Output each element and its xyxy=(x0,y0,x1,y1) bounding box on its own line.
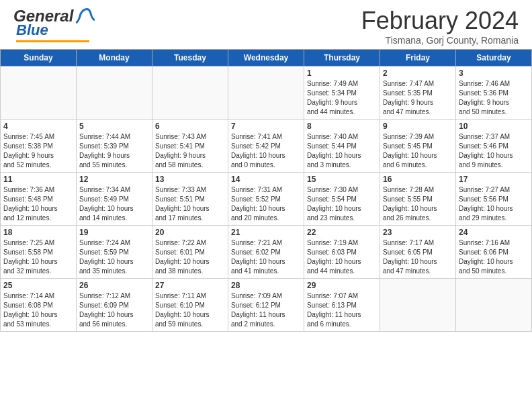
calendar-cell: 4Sunrise: 7:45 AM Sunset: 5:38 PM Daylig… xyxy=(1,120,77,173)
weekday-header-row: SundayMondayTuesdayWednesdayThursdayFrid… xyxy=(1,50,532,66)
day-info: Sunrise: 7:22 AM Sunset: 6:01 PM Dayligh… xyxy=(155,238,225,276)
calendar-cell: 14Sunrise: 7:31 AM Sunset: 5:52 PM Dayli… xyxy=(228,173,304,226)
day-number: 18 xyxy=(3,228,73,237)
day-number: 27 xyxy=(155,281,225,290)
day-info: Sunrise: 7:17 AM Sunset: 6:05 PM Dayligh… xyxy=(383,238,453,276)
day-info: Sunrise: 7:47 AM Sunset: 5:35 PM Dayligh… xyxy=(383,79,453,117)
day-number: 9 xyxy=(383,122,453,131)
day-info: Sunrise: 7:39 AM Sunset: 5:45 PM Dayligh… xyxy=(383,132,453,170)
location: Tismana, Gorj County, Romania xyxy=(361,35,519,46)
weekday-header-friday: Friday xyxy=(380,50,456,66)
day-info: Sunrise: 7:11 AM Sunset: 6:10 PM Dayligh… xyxy=(155,291,225,329)
day-number: 16 xyxy=(383,175,453,184)
weekday-header-saturday: Saturday xyxy=(456,50,532,66)
day-info: Sunrise: 7:21 AM Sunset: 6:02 PM Dayligh… xyxy=(231,238,301,276)
calendar-cell: 12Sunrise: 7:34 AM Sunset: 5:49 PM Dayli… xyxy=(77,173,152,226)
calendar-week-row: 11Sunrise: 7:36 AM Sunset: 5:48 PM Dayli… xyxy=(1,173,532,226)
calendar-cell: 28Sunrise: 7:09 AM Sunset: 6:12 PM Dayli… xyxy=(228,279,304,332)
calendar-cell: 29Sunrise: 7:07 AM Sunset: 6:13 PM Dayli… xyxy=(304,279,380,332)
day-info: Sunrise: 7:09 AM Sunset: 6:12 PM Dayligh… xyxy=(231,291,301,329)
day-info: Sunrise: 7:49 AM Sunset: 5:34 PM Dayligh… xyxy=(307,79,377,117)
day-info: Sunrise: 7:31 AM Sunset: 5:52 PM Dayligh… xyxy=(231,185,301,223)
day-number: 17 xyxy=(459,175,529,184)
day-info: Sunrise: 7:37 AM Sunset: 5:46 PM Dayligh… xyxy=(459,132,529,170)
day-info: Sunrise: 7:27 AM Sunset: 5:56 PM Dayligh… xyxy=(459,185,529,223)
day-number: 28 xyxy=(231,281,301,290)
calendar-cell: 7Sunrise: 7:41 AM Sunset: 5:42 PM Daylig… xyxy=(228,120,304,173)
calendar-cell xyxy=(380,279,456,332)
day-number: 20 xyxy=(155,228,225,237)
logo: General Blue xyxy=(13,7,95,42)
day-info: Sunrise: 7:46 AM Sunset: 5:36 PM Dayligh… xyxy=(459,79,529,117)
header: General Blue February 2024 Tismana, Gorj… xyxy=(0,0,532,49)
calendar-cell: 15Sunrise: 7:30 AM Sunset: 5:54 PM Dayli… xyxy=(304,173,380,226)
day-info: Sunrise: 7:45 AM Sunset: 5:38 PM Dayligh… xyxy=(3,132,73,170)
calendar-cell: 6Sunrise: 7:43 AM Sunset: 5:41 PM Daylig… xyxy=(152,120,228,173)
logo-wave-icon xyxy=(76,7,95,26)
day-number: 21 xyxy=(231,228,301,237)
day-number: 5 xyxy=(79,122,149,131)
day-number: 19 xyxy=(79,228,149,237)
calendar-cell: 13Sunrise: 7:33 AM Sunset: 5:51 PM Dayli… xyxy=(152,173,228,226)
day-info: Sunrise: 7:07 AM Sunset: 6:13 PM Dayligh… xyxy=(307,291,377,329)
day-info: Sunrise: 7:34 AM Sunset: 5:49 PM Dayligh… xyxy=(79,185,149,223)
calendar-cell: 9Sunrise: 7:39 AM Sunset: 5:45 PM Daylig… xyxy=(380,120,456,173)
calendar-cell: 5Sunrise: 7:44 AM Sunset: 5:39 PM Daylig… xyxy=(77,120,152,173)
calendar-cell: 23Sunrise: 7:17 AM Sunset: 6:05 PM Dayli… xyxy=(380,226,456,279)
day-info: Sunrise: 7:43 AM Sunset: 5:41 PM Dayligh… xyxy=(155,132,225,170)
day-info: Sunrise: 7:36 AM Sunset: 5:48 PM Dayligh… xyxy=(3,185,73,223)
calendar-week-row: 18Sunrise: 7:25 AM Sunset: 5:58 PM Dayli… xyxy=(1,226,532,279)
day-number: 12 xyxy=(79,175,149,184)
calendar-week-row: 1Sunrise: 7:49 AM Sunset: 5:34 PM Daylig… xyxy=(1,66,532,120)
month-title: February 2024 xyxy=(361,7,519,35)
day-info: Sunrise: 7:19 AM Sunset: 6:03 PM Dayligh… xyxy=(307,238,377,276)
day-info: Sunrise: 7:44 AM Sunset: 5:39 PM Dayligh… xyxy=(79,132,149,170)
day-number: 13 xyxy=(155,175,225,184)
day-info: Sunrise: 7:25 AM Sunset: 5:58 PM Dayligh… xyxy=(3,238,73,276)
calendar-cell: 26Sunrise: 7:12 AM Sunset: 6:09 PM Dayli… xyxy=(77,279,152,332)
calendar-cell: 1Sunrise: 7:49 AM Sunset: 5:34 PM Daylig… xyxy=(304,66,380,120)
weekday-header-tuesday: Tuesday xyxy=(152,50,228,66)
calendar-cell: 8Sunrise: 7:40 AM Sunset: 5:44 PM Daylig… xyxy=(304,120,380,173)
calendar-cell: 17Sunrise: 7:27 AM Sunset: 5:56 PM Dayli… xyxy=(456,173,532,226)
calendar-cell: 27Sunrise: 7:11 AM Sunset: 6:10 PM Dayli… xyxy=(152,279,228,332)
day-number: 2 xyxy=(383,68,453,78)
day-info: Sunrise: 7:33 AM Sunset: 5:51 PM Dayligh… xyxy=(155,185,225,223)
day-number: 3 xyxy=(459,68,529,78)
day-number: 26 xyxy=(79,281,149,290)
day-number: 29 xyxy=(307,281,377,290)
logo-underline xyxy=(16,40,89,42)
calendar-table: SundayMondayTuesdayWednesdayThursdayFrid… xyxy=(0,49,532,332)
calendar-cell xyxy=(77,66,152,120)
weekday-header-wednesday: Wednesday xyxy=(228,50,304,66)
day-number: 7 xyxy=(231,122,301,131)
day-info: Sunrise: 7:28 AM Sunset: 5:55 PM Dayligh… xyxy=(383,185,453,223)
day-number: 1 xyxy=(307,68,377,78)
day-number: 23 xyxy=(383,228,453,237)
day-number: 15 xyxy=(307,175,377,184)
day-number: 4 xyxy=(3,122,73,131)
calendar-cell: 25Sunrise: 7:14 AM Sunset: 6:08 PM Dayli… xyxy=(1,279,77,332)
day-number: 14 xyxy=(231,175,301,184)
day-number: 6 xyxy=(155,122,225,131)
day-info: Sunrise: 7:14 AM Sunset: 6:08 PM Dayligh… xyxy=(3,291,73,329)
calendar-cell xyxy=(228,66,304,120)
weekday-header-sunday: Sunday xyxy=(1,50,77,66)
weekday-header-monday: Monday xyxy=(77,50,152,66)
day-info: Sunrise: 7:24 AM Sunset: 5:59 PM Dayligh… xyxy=(79,238,149,276)
calendar-week-row: 4Sunrise: 7:45 AM Sunset: 5:38 PM Daylig… xyxy=(1,120,532,173)
calendar-cell: 18Sunrise: 7:25 AM Sunset: 5:58 PM Dayli… xyxy=(1,226,77,279)
calendar-cell xyxy=(1,66,77,120)
day-number: 11 xyxy=(3,175,73,184)
calendar-cell: 20Sunrise: 7:22 AM Sunset: 6:01 PM Dayli… xyxy=(152,226,228,279)
calendar-cell: 10Sunrise: 7:37 AM Sunset: 5:46 PM Dayli… xyxy=(456,120,532,173)
calendar-week-row: 25Sunrise: 7:14 AM Sunset: 6:08 PM Dayli… xyxy=(1,279,532,332)
day-info: Sunrise: 7:41 AM Sunset: 5:42 PM Dayligh… xyxy=(231,132,301,170)
day-number: 24 xyxy=(459,228,529,237)
day-number: 25 xyxy=(3,281,73,290)
day-number: 22 xyxy=(307,228,377,237)
calendar-cell: 24Sunrise: 7:16 AM Sunset: 6:06 PM Dayli… xyxy=(456,226,532,279)
day-info: Sunrise: 7:30 AM Sunset: 5:54 PM Dayligh… xyxy=(307,185,377,223)
calendar-cell xyxy=(456,279,532,332)
day-number: 8 xyxy=(307,122,377,131)
